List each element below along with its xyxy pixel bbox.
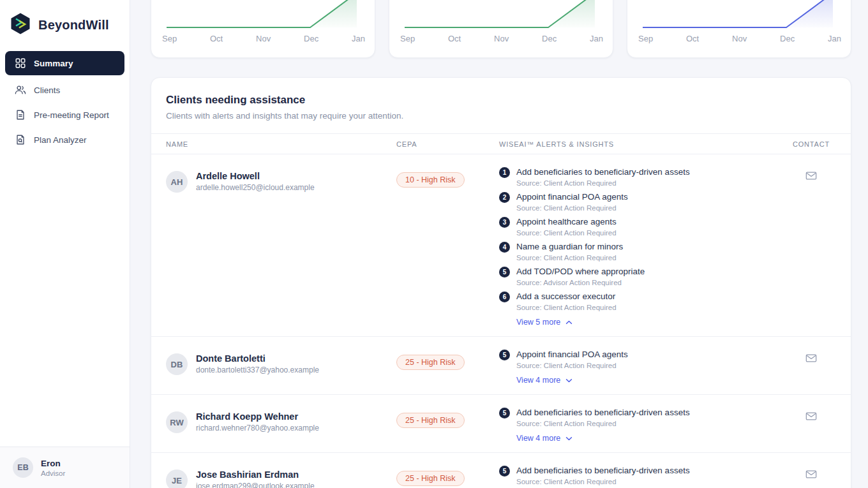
alert-item: 2Appoint financial POA agentsSource: Cli… — [499, 191, 793, 212]
metric-chart-card-2: SepOctNovDecJan — [389, 0, 613, 58]
x-axis-tick-label: Oct — [686, 34, 699, 43]
contact-cell — [793, 353, 836, 385]
view-more-link[interactable]: View 4 more — [516, 434, 572, 443]
alert-title: Add TOD/POD where appropriate — [516, 266, 645, 277]
x-axis-tick-label: Nov — [256, 34, 271, 43]
alert-item: 3Appoint healthcare agentsSource: Client… — [499, 216, 793, 237]
table-header: NAME CEPA WISEAI™ ALERTS & INSIGHTS CONT… — [151, 133, 851, 154]
sidebar-item-label: Summary — [34, 59, 73, 68]
client-name: Donte Bartoletti — [196, 353, 319, 364]
metric-chart-card-1: SepOctNovDecJan — [151, 0, 375, 58]
alert-number-badge: 1 — [499, 167, 510, 178]
table-row: JEJose Bashirian Erdmanjose.erdman299@ou… — [151, 453, 851, 488]
line-chart — [389, 0, 613, 29]
user-role: Advisor — [41, 470, 65, 477]
sidebar: BeyondWill SummaryClientsPre-meeting Rep… — [0, 0, 130, 488]
mail-icon[interactable] — [805, 171, 817, 181]
view-more-link[interactable]: View 4 more — [516, 376, 572, 385]
sidebar-item-label: Plan Analyzer — [34, 135, 87, 145]
cepa-cell: 25 - High Risk — [396, 349, 499, 385]
chevron-down-icon — [565, 376, 572, 385]
client-name: Richard Koepp Wehner — [196, 411, 319, 422]
main-content: SepOctNovDecJanSepOctNovDecJanSepOctNovD… — [130, 0, 868, 488]
sidebar-item-summary[interactable]: Summary — [5, 51, 124, 75]
cepa-cell: 25 - High Risk — [396, 465, 499, 488]
x-axis-tick-label: Jan — [352, 34, 365, 43]
alert-item: 5Add beneficiaries to beneficiary-driven… — [499, 407, 793, 428]
line-chart — [627, 0, 851, 29]
alert-item: 6Add a successor executorSource: Client … — [499, 291, 793, 312]
line-chart — [151, 0, 375, 29]
alert-item: 4Name a guardian for minorsSource: Clien… — [499, 241, 793, 262]
sidebar-item-label: Clients — [34, 85, 60, 95]
alert-number-badge: 3 — [499, 217, 510, 228]
client-email: donte.bartoletti337@yahoo.example — [196, 366, 319, 374]
sidebar-item-label: Pre-meeting Report — [34, 110, 109, 120]
sidebar-nav: SummaryClientsPre-meeting ReportPlan Ana… — [0, 51, 130, 150]
alert-source: Source: Client Action Required — [516, 361, 628, 370]
cepa-cell: 10 - High Risk — [396, 166, 499, 327]
grid-icon — [15, 57, 26, 69]
contact-cell — [793, 411, 836, 443]
alert-item: 1Add beneficiaries to beneficiary-driven… — [499, 166, 793, 188]
client-cell: DBDonte Bartolettidonte.bartoletti337@ya… — [166, 353, 396, 385]
x-axis-tick-label: Dec — [542, 34, 557, 43]
alert-item: 5Add beneficiaries to beneficiary-driven… — [499, 465, 793, 486]
column-header-contact: CONTACT — [793, 140, 836, 148]
column-header-alerts: WISEAI™ ALERTS & INSIGHTS — [499, 140, 793, 148]
avatar: DB — [166, 353, 188, 375]
alerts-cell: 5Add beneficiaries to beneficiary-driven… — [499, 407, 793, 443]
alert-title: Add beneficiaries to beneficiary-driven … — [516, 166, 690, 177]
brand: BeyondWill — [0, 0, 130, 51]
x-axis-tick-label: Dec — [780, 34, 795, 43]
chevron-up-icon — [565, 318, 572, 327]
alert-title: Add a successor executor — [516, 291, 617, 302]
alert-source: Source: Client Action Required — [516, 228, 617, 237]
view-more-link[interactable]: View 5 more — [516, 318, 572, 327]
clients-needing-assistance-card: Clients needing assistance Clients with … — [151, 77, 851, 488]
client-email: richard.wehner780@yahoo.example — [196, 424, 319, 433]
risk-badge: 10 - High Risk — [396, 172, 465, 188]
column-header-cepa: CEPA — [396, 140, 499, 148]
mail-icon[interactable] — [805, 353, 817, 363]
alert-item: 5Appoint financial POA agentsSource: Cli… — [499, 349, 793, 370]
alert-item: 5Add TOD/POD where appropriateSource: Ad… — [499, 266, 793, 287]
alert-source: Source: Client Action Required — [516, 303, 617, 312]
view-more-label: View 4 more — [516, 376, 560, 385]
avatar: JE — [166, 470, 188, 488]
x-axis-tick-label: Oct — [210, 34, 223, 43]
alert-source: Source: Client Action Required — [516, 179, 690, 188]
summary-charts-row: SepOctNovDecJanSepOctNovDecJanSepOctNovD… — [151, 0, 851, 58]
document-icon — [15, 109, 26, 121]
avatar: RW — [166, 411, 188, 433]
alerts-cell: 1Add beneficiaries to beneficiary-driven… — [499, 166, 793, 327]
alert-source: Source: Client Action Required — [516, 419, 690, 428]
x-axis-tick-label: Nov — [494, 34, 509, 43]
contact-cell — [793, 470, 836, 488]
chevron-down-icon — [565, 434, 572, 443]
x-axis-tick-label: Jan — [828, 34, 841, 43]
document-search-icon — [15, 134, 26, 145]
user-profile[interactable]: EB Eron Advisor — [0, 447, 130, 488]
client-email: ardelle.howell250@icloud.example — [196, 183, 315, 192]
table-row: RWRichard Koepp Wehnerrichard.wehner780@… — [151, 395, 851, 453]
view-more-label: View 4 more — [516, 434, 560, 443]
alert-source: Source: Client Action Required — [516, 477, 690, 486]
mail-icon[interactable] — [805, 411, 817, 421]
risk-badge: 25 - High Risk — [396, 413, 465, 428]
alert-number-badge: 5 — [499, 267, 510, 277]
table-body: AHArdelle Howellardelle.howell250@icloud… — [151, 154, 851, 488]
table-row: AHArdelle Howellardelle.howell250@icloud… — [151, 154, 851, 337]
alert-number-badge: 2 — [499, 192, 510, 203]
mail-icon[interactable] — [805, 470, 817, 479]
sidebar-item-pre-meeting-report[interactable]: Pre-meeting Report — [5, 105, 124, 125]
table-row: DBDonte Bartolettidonte.bartoletti337@ya… — [151, 337, 851, 395]
alert-source: Source: Client Action Required — [516, 203, 628, 212]
sidebar-item-clients[interactable]: Clients — [5, 80, 124, 100]
view-more-label: View 5 more — [516, 318, 560, 327]
alerts-cell: 5Appoint financial POA agentsSource: Cli… — [499, 349, 793, 385]
sidebar-item-plan-analyzer[interactable]: Plan Analyzer — [5, 129, 124, 150]
client-cell: RWRichard Koepp Wehnerrichard.wehner780@… — [166, 411, 396, 443]
users-icon — [15, 84, 26, 96]
client-cell: AHArdelle Howellardelle.howell250@icloud… — [166, 171, 396, 327]
